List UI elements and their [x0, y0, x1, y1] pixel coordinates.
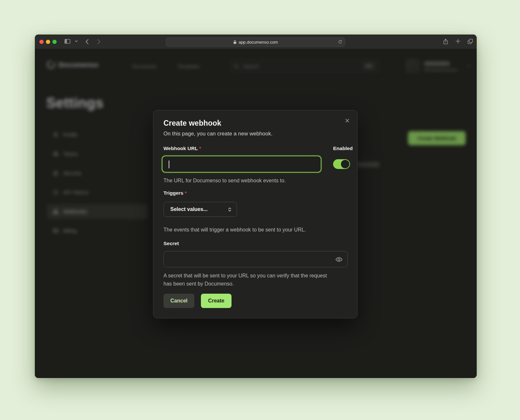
- back-icon[interactable]: [84, 38, 91, 45]
- enabled-toggle[interactable]: [333, 159, 350, 169]
- triggers-select-placeholder: Select values...: [170, 206, 208, 212]
- enabled-label: Enabled: [333, 146, 353, 151]
- close-icon[interactable]: [343, 116, 351, 125]
- secret-help: A secret that will be sent to your URL s…: [163, 272, 334, 288]
- close-window-button[interactable]: [39, 40, 44, 44]
- create-button[interactable]: Create: [201, 294, 232, 308]
- documenso-app: Documenso Documents Templates Search ⌘K …: [35, 49, 477, 378]
- lock-icon: [233, 40, 237, 44]
- browser-titlebar: app.documenso.com: [35, 35, 477, 49]
- reload-icon[interactable]: [338, 39, 343, 45]
- toggle-knob: [341, 160, 349, 168]
- secret-label: Secret: [163, 241, 179, 246]
- create-webhook-dialog: Create webhook On this page, you can cre…: [153, 110, 358, 318]
- triggers-help: The events that will trigger a webhook t…: [163, 226, 306, 234]
- triggers-select[interactable]: Select values...: [163, 202, 237, 217]
- sidebar-toggle-icon[interactable]: [64, 38, 71, 45]
- zoom-window-button[interactable]: [52, 40, 57, 44]
- forward-icon[interactable]: [95, 38, 102, 45]
- eye-icon[interactable]: [335, 256, 343, 263]
- share-icon[interactable]: [443, 38, 449, 45]
- new-tab-icon[interactable]: [455, 38, 461, 44]
- dialog-title: Create webhook: [163, 119, 221, 128]
- webhook-url-label: Webhook URL *: [163, 146, 201, 151]
- tab-overview-icon[interactable]: [467, 38, 473, 45]
- chevron-up-down-icon: [227, 207, 232, 212]
- traffic-lights: [39, 40, 57, 44]
- browser-window: app.documenso.com: [35, 35, 477, 378]
- required-marker: *: [185, 190, 187, 196]
- text-caret: [169, 161, 169, 168]
- chevron-down-icon[interactable]: [75, 39, 78, 43]
- dialog-description: On this page, you can create a new webho…: [163, 131, 273, 137]
- secret-input[interactable]: [163, 251, 348, 267]
- required-marker: *: [199, 146, 201, 151]
- minimize-window-button[interactable]: [46, 40, 50, 44]
- cancel-button[interactable]: Cancel: [163, 294, 194, 308]
- triggers-label: Triggers *: [163, 190, 187, 196]
- webhook-url-input[interactable]: [162, 156, 321, 173]
- address-text: app.documenso.com: [239, 40, 278, 45]
- webhook-url-help: The URL for Documenso to send webhook ev…: [163, 176, 286, 185]
- address-bar[interactable]: app.documenso.com: [166, 37, 345, 47]
